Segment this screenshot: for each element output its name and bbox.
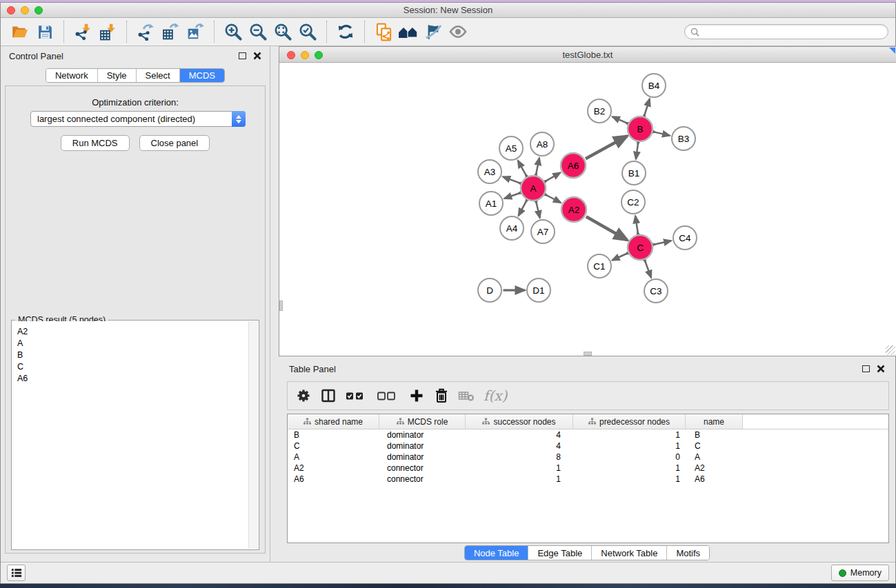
column-header-shared-name[interactable]: shared name bbox=[288, 414, 379, 429]
delete-columns-icon[interactable] bbox=[431, 385, 452, 406]
column-header-predecessor-nodes[interactable]: predecessor nodes bbox=[573, 414, 686, 429]
mcds-result-item[interactable]: A bbox=[12, 337, 248, 349]
minimize-network-button[interactable] bbox=[301, 51, 309, 59]
export-image-icon[interactable] bbox=[183, 20, 208, 43]
table-row[interactable]: Bdominator41B bbox=[288, 429, 888, 440]
show-all-icon[interactable] bbox=[446, 20, 470, 43]
table-cell[interactable]: C bbox=[686, 441, 743, 451]
zoom-window-button[interactable] bbox=[34, 6, 43, 14]
tab-select[interactable]: Select bbox=[137, 69, 180, 82]
table-cell[interactable]: connector bbox=[379, 463, 466, 473]
network-graph[interactable]: B4B2BB3A8A5A6A3B1AC2A1A2A4A7C4CC1C3DD1 bbox=[279, 63, 896, 355]
table-cell[interactable]: 4 bbox=[466, 441, 573, 451]
edge-A-A4[interactable] bbox=[519, 201, 527, 216]
edge-A-A3[interactable] bbox=[503, 176, 520, 183]
table-settings-icon[interactable] bbox=[293, 385, 314, 406]
result-list-scrollbar[interactable] bbox=[248, 321, 258, 549]
float-panel-icon[interactable] bbox=[239, 52, 246, 59]
search-input[interactable] bbox=[702, 27, 882, 37]
edge-A6-B[interactable] bbox=[586, 136, 627, 159]
zoom-selected-icon[interactable] bbox=[295, 20, 320, 43]
close-table-panel-icon[interactable] bbox=[877, 365, 885, 373]
tab-style[interactable]: Style bbox=[98, 69, 137, 82]
delete-table-icon[interactable] bbox=[456, 385, 477, 406]
edge-C-C1[interactable] bbox=[613, 254, 628, 261]
table-cell[interactable]: A bbox=[686, 452, 743, 462]
edge-A-A5[interactable] bbox=[518, 161, 526, 176]
export-network-icon[interactable] bbox=[133, 20, 158, 43]
dropdown-stepper-icon[interactable] bbox=[232, 111, 246, 127]
table-cell[interactable]: A6 bbox=[686, 474, 743, 484]
tab-node-table[interactable]: Node Table bbox=[465, 546, 529, 560]
table-cell[interactable]: 1 bbox=[573, 474, 686, 484]
edge-A2-C[interactable] bbox=[586, 216, 628, 240]
table-cell[interactable]: 1 bbox=[573, 441, 686, 451]
edge-C-C4[interactable] bbox=[654, 241, 671, 244]
open-session-icon[interactable] bbox=[8, 20, 32, 43]
zoom-in-icon[interactable] bbox=[221, 20, 246, 43]
minimize-window-button[interactable] bbox=[21, 6, 29, 14]
column-header-successor-nodes[interactable]: successor nodes bbox=[466, 414, 573, 429]
optimization-criterion-dropdown[interactable]: largest connected component (directed) bbox=[30, 111, 246, 127]
close-panel-button[interactable]: Close panel bbox=[139, 135, 210, 151]
close-window-button[interactable] bbox=[7, 6, 15, 14]
table-cell[interactable]: 1 bbox=[466, 463, 573, 473]
edge-A-A7[interactable] bbox=[536, 202, 539, 218]
table-cell[interactable]: 8 bbox=[466, 452, 573, 462]
edge-B-B4[interactable] bbox=[644, 99, 650, 116]
table-cell[interactable]: A6 bbox=[288, 474, 379, 484]
reset-view-icon[interactable] bbox=[396, 20, 421, 43]
table-cell[interactable]: connector bbox=[379, 474, 466, 484]
table-cell[interactable]: 0 bbox=[573, 452, 686, 462]
table-cell[interactable]: B bbox=[288, 430, 379, 440]
run-mcds-button[interactable]: Run MCDS bbox=[61, 135, 130, 151]
deselect-all-columns-icon[interactable] bbox=[375, 385, 402, 406]
edge-C-C3[interactable] bbox=[645, 261, 651, 277]
tab-edge-table[interactable]: Edge Table bbox=[528, 546, 592, 560]
zoom-out-icon[interactable] bbox=[246, 20, 270, 43]
column-header-MCDS-role[interactable]: MCDS role bbox=[379, 414, 466, 429]
edge-B-B3[interactable] bbox=[654, 132, 670, 135]
table-row[interactable]: Cdominator41C bbox=[288, 440, 888, 452]
import-table-icon[interactable] bbox=[95, 20, 120, 43]
edge-A-A6[interactable] bbox=[546, 173, 561, 181]
window-resize-grip[interactable] bbox=[886, 345, 895, 355]
task-history-button[interactable] bbox=[7, 565, 26, 581]
table-row[interactable]: Adominator80A bbox=[288, 452, 888, 463]
table-cell[interactable]: A bbox=[288, 452, 379, 462]
table-cell[interactable]: dominator bbox=[379, 452, 466, 462]
horizontal-scrollbar-thumb[interactable] bbox=[584, 352, 592, 356]
table-cell[interactable]: C bbox=[288, 441, 379, 451]
close-network-button[interactable] bbox=[287, 51, 295, 59]
mcds-result-item[interactable]: C bbox=[12, 361, 248, 372]
export-table-icon[interactable] bbox=[158, 20, 183, 43]
edge-B-B2[interactable] bbox=[613, 116, 627, 123]
save-session-icon[interactable] bbox=[32, 20, 57, 43]
table-cell[interactable]: A2 bbox=[288, 463, 379, 473]
float-table-panel-icon[interactable] bbox=[862, 365, 870, 372]
close-panel-icon[interactable] bbox=[253, 52, 261, 60]
tab-network[interactable]: Network bbox=[46, 69, 98, 82]
table-row[interactable]: A6connector11A6 bbox=[288, 474, 888, 485]
birdseye-toggle-icon[interactable] bbox=[889, 48, 895, 54]
edge-A-A8[interactable] bbox=[536, 158, 539, 174]
select-all-columns-icon[interactable] bbox=[343, 385, 370, 406]
edge-B-B1[interactable] bbox=[636, 143, 638, 159]
table-cell[interactable]: 1 bbox=[573, 463, 686, 473]
column-header-name[interactable]: name bbox=[686, 414, 743, 429]
edge-C-C2[interactable] bbox=[635, 216, 638, 233]
import-network-icon[interactable] bbox=[70, 20, 95, 43]
zoom-network-button[interactable] bbox=[315, 51, 323, 59]
vertical-scrollbar-thumb[interactable] bbox=[279, 301, 283, 311]
mcds-result-item[interactable]: A2 bbox=[12, 325, 248, 337]
table-cell[interactable]: 1 bbox=[573, 430, 686, 440]
mcds-result-item[interactable]: A6 bbox=[12, 372, 248, 384]
add-column-icon[interactable] bbox=[406, 385, 427, 406]
toggle-panel-layout-icon[interactable] bbox=[318, 385, 339, 406]
edge-A-A1[interactable] bbox=[504, 193, 519, 199]
tab-network-table[interactable]: Network Table bbox=[592, 546, 667, 560]
memory-button[interactable]: Memory bbox=[831, 565, 889, 581]
zoom-fit-icon[interactable] bbox=[270, 20, 295, 43]
table-cell[interactable]: A2 bbox=[686, 463, 743, 473]
tab-motifs[interactable]: Motifs bbox=[667, 546, 709, 560]
